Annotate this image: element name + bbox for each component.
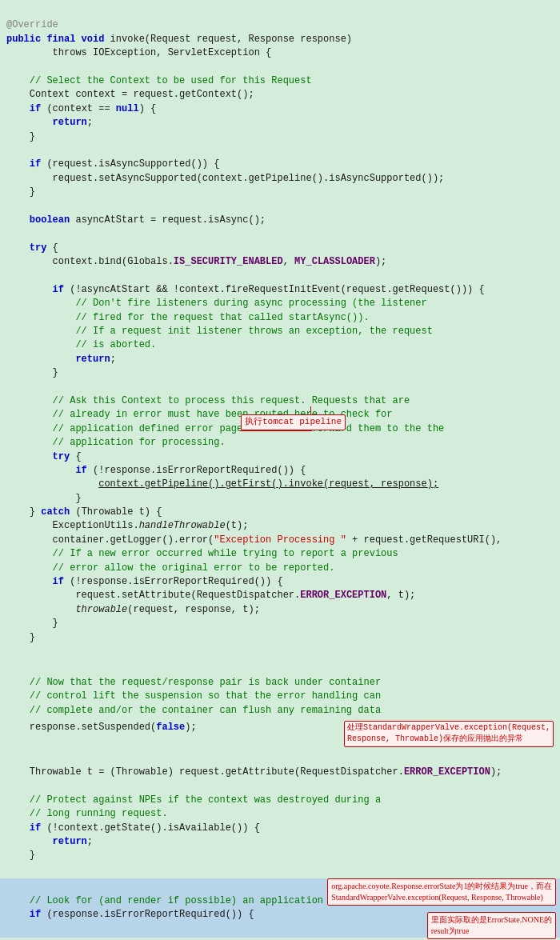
line-comment1: // Select the Context to be used for thi… [6, 75, 312, 86]
line-if-async: if (request.isAsyncSupported()) { [6, 158, 219, 170]
line-brace6: } [6, 632, 35, 643]
line-blank1 [6, 662, 12, 674]
line-comment9: // application for processing. [6, 437, 226, 448]
line-async-at-start: boolean asyncAtStart = request.isAsync()… [6, 214, 266, 226]
line-comment11: // error allow the original error to be … [6, 562, 334, 574]
line-if-avail: if (!context.getState().isAvailable()) { [6, 822, 260, 834]
line-set-suspended: response.setSuspended(false);处理StandardW… [0, 719, 560, 736]
line-logger: container.getLogger().error("Exception P… [6, 534, 502, 546]
line-return3: return; [6, 836, 93, 847]
line-brace7: } [6, 850, 35, 861]
line-try1: try { [6, 242, 58, 254]
line-get-context: Context context = request.getContext(); [6, 89, 254, 100]
annotated-section2: response.setSuspended(false);处理StandardW… [0, 719, 560, 736]
line-invoke: context.getPipeline().getFirst().invoke(… [6, 478, 438, 490]
line-comment14: // complete and/or the container can flu… [6, 705, 381, 716]
label-pipeline: 执行tomcat pipeline [241, 414, 346, 430]
line-bind: context.bind(Globals.IS_SECURITY_ENABLED… [6, 256, 386, 267]
line-brace3: } [6, 367, 58, 378]
line-blank4 [6, 864, 12, 875]
code-block2: // Now that the request/response pair is… [0, 646, 560, 719]
line-blank3 [6, 780, 12, 791]
bubble-error-state2: 里面实际取的是ErrorState.NONE的result为true [427, 912, 556, 939]
line-brace5: } [6, 618, 58, 629]
line-comment15: // Protect against NPEs if the context w… [6, 794, 381, 806]
line-comment8: // application defined error pages so DO… [6, 423, 444, 434]
line-brace1: } [6, 131, 35, 142]
bubble-error-state: org.apache.coyote.Response.errorState为1的… [327, 878, 556, 906]
line-return2: return; [6, 354, 116, 365]
annotation-override: @Override [6, 19, 58, 30]
code-block: @Override public final void invoke(Reque… [0, 3, 560, 646]
line-return1: return; [6, 117, 93, 128]
line-brace2: } [6, 186, 35, 198]
line-set-attr: request.setAttribute(RequestDispatcher.E… [6, 590, 415, 601]
line-comment10: // If a new error occurred while trying … [6, 548, 398, 559]
line-if-error3: if (response.isErrorReportRequired()) { [6, 909, 254, 920]
line-comment16: // long running request. [6, 808, 168, 819]
code-container: @Override public final void invoke(Reque… [0, 0, 560, 940]
line-comment5: // is aborted. [6, 339, 156, 350]
arrow-pipeline-horizontal [240, 430, 312, 431]
line-comment13: // control lift the suspension so that t… [6, 690, 381, 702]
line-comment6: // Ask this Context to process this requ… [6, 395, 410, 406]
line-set-async: request.setAsyncSupported(context.getPip… [6, 173, 444, 184]
line-comment2: // Don't fire listeners during async pro… [6, 298, 427, 309]
line-if-error2: if (!response.isErrorReportRequired()) { [6, 576, 283, 587]
line-throws: throws IOException, ServletException { [6, 47, 271, 58]
line-if-error: if (!response.isErrorReportRequired()) { [6, 465, 306, 476]
line-catch: } catch (Throwable t) { [6, 506, 162, 518]
code-block3: Throwable t = (Throwable) request.getAtt… [0, 736, 560, 878]
line-try2: try { [6, 451, 82, 462]
line-comment4: // If a request init listener throws an … [6, 326, 433, 337]
line-blank2 [6, 753, 12, 764]
line-brace4: } [6, 493, 82, 504]
line-get-attr: Throwable t = (Throwable) request.getAtt… [6, 766, 502, 778]
line-handle: ExceptionUtils.handleThrowable(t); [6, 520, 248, 531]
line-method-sig: public final void invoke(Request request… [6, 34, 352, 45]
line-if-null: if (context == null) { [6, 103, 156, 114]
line-comment3: // fired for the request that called sta… [6, 312, 370, 323]
annotated-section3: org.apache.coyote.Response.errorState为1的… [0, 878, 560, 938]
line-throwable: throwable(request, response, t); [6, 604, 260, 615]
line-if-async2: if (!asyncAtStart && !context.fireReques… [6, 284, 485, 295]
line-comment12: // Now that the request/response pair is… [6, 677, 381, 688]
